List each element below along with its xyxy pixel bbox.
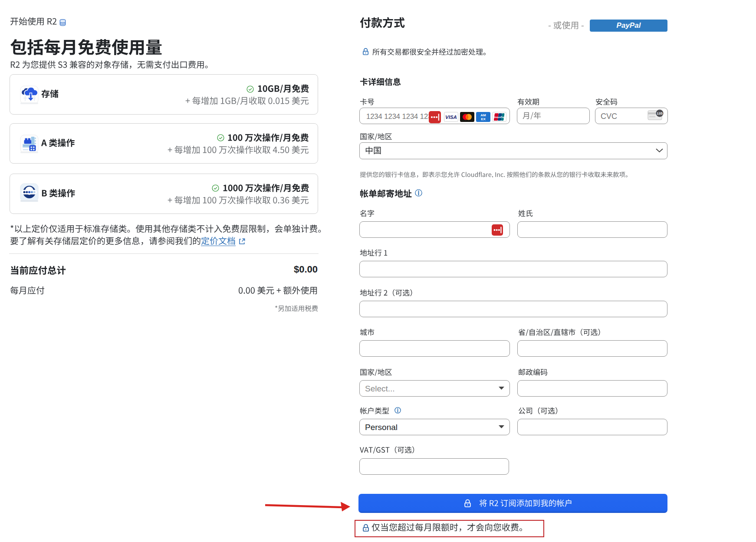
svg-text:EX: EX bbox=[481, 117, 486, 121]
svg-text:VISA: VISA bbox=[445, 115, 457, 120]
svg-text:135: 135 bbox=[657, 112, 663, 115]
svg-text:UnionPay: UnionPay bbox=[493, 116, 505, 118]
